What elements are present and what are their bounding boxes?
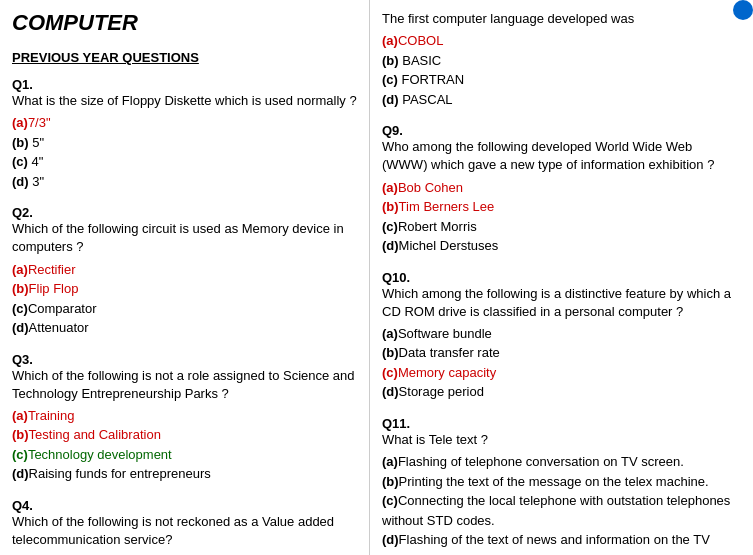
- section-heading: PREVIOUS YEAR QUESTIONS: [12, 50, 357, 65]
- q11-option-c: (c)Connecting the local telephone with o…: [382, 491, 741, 530]
- question-1: Q1. What is the size of Floppy Diskette …: [12, 77, 357, 191]
- question-10: Q10. Which among the following is a dist…: [382, 270, 741, 402]
- q3-option-d: (d)Raising funds for entrepreneurs: [12, 464, 357, 484]
- q4-number: Q4.: [12, 498, 357, 513]
- q1-option-b: (b) 5": [12, 133, 357, 153]
- q2-option-b: (b)Flip Flop: [12, 279, 357, 299]
- question-4: Q4. Which of the following is not reckon…: [12, 498, 357, 555]
- blue-circle-decoration: [733, 0, 753, 20]
- intro-option-d: (d) PASCAL: [382, 90, 741, 110]
- intro-option-a: (a)COBOL: [382, 31, 741, 51]
- q2-number: Q2.: [12, 205, 357, 220]
- q10-option-d: (d)Storage period: [382, 382, 741, 402]
- q1-option-a: (a)7/3": [12, 113, 357, 133]
- question-2: Q2. Which of the following circuit is us…: [12, 205, 357, 337]
- q4-text: Which of the following is not reckoned a…: [12, 513, 357, 549]
- q3-option-a: (a)Training: [12, 406, 357, 426]
- page-container: COMPUTER PREVIOUS YEAR QUESTIONS Q1. Wha…: [0, 0, 753, 555]
- intro-option-c: (c) FORTRAN: [382, 70, 741, 90]
- q9-number: Q9.: [382, 123, 741, 138]
- q11-option-d: (d)Flashing of the text of news and info…: [382, 530, 741, 555]
- q2-option-c: (c)Comparator: [12, 299, 357, 319]
- intro-text: The first computer language developed wa…: [382, 10, 741, 28]
- q10-option-c: (c)Memory capacity: [382, 363, 741, 383]
- q11-number: Q11.: [382, 416, 741, 431]
- q3-option-c: (c)Technology development: [12, 445, 357, 465]
- q2-option-a: (a)Rectifier: [12, 260, 357, 280]
- page-title: COMPUTER: [12, 10, 357, 36]
- q9-option-d: (d)Michel Derstuses: [382, 236, 741, 256]
- question-3: Q3. Which of the following is not a role…: [12, 352, 357, 484]
- question-9: Q9. Who among the following developed Wo…: [382, 123, 741, 255]
- q3-number: Q3.: [12, 352, 357, 367]
- right-column: The first computer language developed wa…: [370, 0, 753, 555]
- q1-number: Q1.: [12, 77, 357, 92]
- question-11: Q11. What is Tele text ? (a)Flashing of …: [382, 416, 741, 555]
- q2-text: Which of the following circuit is used a…: [12, 220, 357, 256]
- intro-question: The first computer language developed wa…: [382, 10, 741, 109]
- q3-text: Which of the following is not a role ass…: [12, 367, 357, 403]
- q10-option-b: (b)Data transfer rate: [382, 343, 741, 363]
- q2-option-d: (d)Attenuator: [12, 318, 357, 338]
- q1-option-d: (d) 3": [12, 172, 357, 192]
- q3-option-b: (b)Testing and Calibration: [12, 425, 357, 445]
- left-column: COMPUTER PREVIOUS YEAR QUESTIONS Q1. Wha…: [0, 0, 370, 555]
- q11-text: What is Tele text ?: [382, 431, 741, 449]
- q9-text: Who among the following developed World …: [382, 138, 741, 174]
- q11-option-b: (b)Printing the text of the message on t…: [382, 472, 741, 492]
- q10-option-a: (a)Software bundle: [382, 324, 741, 344]
- q11-option-a: (a)Flashing of telephone conversation on…: [382, 452, 741, 472]
- q9-option-a: (a)Bob Cohen: [382, 178, 741, 198]
- q10-number: Q10.: [382, 270, 741, 285]
- q9-option-b: (b)Tim Berners Lee: [382, 197, 741, 217]
- q1-text: What is the size of Floppy Diskette whic…: [12, 92, 357, 110]
- q9-option-c: (c)Robert Morris: [382, 217, 741, 237]
- intro-option-b: (b) BASIC: [382, 51, 741, 71]
- q10-text: Which among the following is a distincti…: [382, 285, 741, 321]
- q1-option-c: (c) 4": [12, 152, 357, 172]
